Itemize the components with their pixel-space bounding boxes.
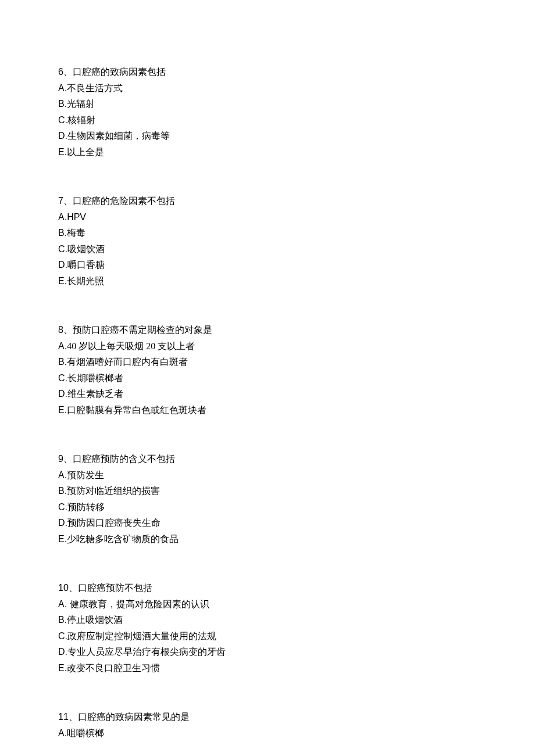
- option-text: 吸烟饮酒: [67, 244, 105, 254]
- option-b: B.有烟酒嗜好而口腔内有白斑者: [58, 354, 477, 370]
- question-number: 10、: [58, 583, 78, 593]
- option-label: B.: [58, 486, 67, 496]
- question-stem: 10、口腔癌预防不包括: [58, 580, 477, 596]
- option-d: D.预防因口腔癌丧失生命: [58, 515, 477, 531]
- option-label: B.: [58, 615, 67, 625]
- question-number: 6、: [58, 67, 73, 77]
- question-text: 口腔癌预防的含义不包括: [73, 454, 175, 464]
- option-b: B.梅毒: [58, 225, 477, 241]
- option-text: 以上全是: [67, 147, 104, 157]
- option-d: D.生物因素如细菌，病毒等: [58, 128, 477, 144]
- option-a: A.HPV: [58, 209, 477, 225]
- option-label: A.: [58, 470, 67, 480]
- option-label: E.: [58, 405, 67, 415]
- option-label: C.: [58, 502, 67, 512]
- option-e: E.长期光照: [58, 273, 477, 289]
- option-text: 光辐射: [67, 99, 95, 109]
- question-text: 口腔癌的致病因素常见的是: [78, 712, 190, 722]
- option-text: 改变不良口腔卫生习惯: [67, 663, 160, 673]
- question-7: 7、口腔癌的危险因素不包括 A.HPV B.梅毒 C.吸烟饮酒 D.嚼口香糖 E…: [58, 193, 477, 289]
- option-label: D.: [58, 260, 67, 270]
- option-a: A.40 岁以上每天吸烟 20 支以上者: [58, 338, 477, 354]
- option-text: 嚼口香糖: [67, 260, 105, 270]
- option-text: 预防对临近组织的损害: [67, 486, 160, 496]
- option-c: C.吸烟饮酒: [58, 241, 477, 257]
- question-10: 10、口腔癌预防不包括 A. 健康教育，提高对危险因素的认识 B.停止吸烟饮酒 …: [58, 580, 477, 676]
- option-text: 停止吸烟饮酒: [67, 615, 123, 625]
- option-label: B.: [58, 357, 67, 367]
- option-d: D.嚼口香糖: [58, 257, 477, 273]
- option-text: 核辐射: [67, 115, 95, 125]
- option-label: E.: [58, 534, 67, 544]
- option-c: C.核辐射: [58, 112, 477, 128]
- option-text: HPV: [67, 212, 86, 222]
- option-b: B.预防对临近组织的损害: [58, 483, 477, 499]
- option-label: D.: [58, 389, 67, 399]
- question-stem: 7、口腔癌的危险因素不包括: [58, 193, 477, 209]
- option-text: 口腔黏膜有异常白色或红色斑块者: [67, 405, 206, 415]
- option-text: 预防因口腔癌丧失生命: [67, 518, 160, 528]
- question-11: 11、口腔癌的致病因素常见的是 A.咀嚼槟榔: [58, 709, 477, 741]
- option-d: D.维生素缺乏者: [58, 386, 477, 402]
- option-e: E.少吃糖多吃含矿物质的食品: [58, 531, 477, 547]
- option-label: A.: [58, 212, 67, 222]
- question-stem: 6、口腔癌的致病因素包括: [58, 64, 477, 80]
- question-6: 6、口腔癌的致病因素包括 A.不良生活方式 B.光辐射 C.核辐射 D.生物因素…: [58, 64, 477, 160]
- question-number: 9、: [58, 454, 73, 464]
- option-label: A.: [58, 83, 67, 93]
- question-text: 口腔癌预防不包括: [78, 583, 152, 593]
- option-text: 有烟酒嗜好而口腔内有白斑者: [67, 357, 188, 367]
- option-label: E.: [58, 276, 67, 286]
- option-text: 政府应制定控制烟酒大量使用的法规: [67, 631, 216, 641]
- option-e: E.以上全是: [58, 144, 477, 160]
- option-label: E.: [58, 147, 67, 157]
- option-label: C.: [58, 244, 67, 254]
- option-text: 预防发生: [67, 470, 104, 480]
- option-label: A.: [58, 341, 67, 351]
- option-text: 少吃糖多吃含矿物质的食品: [67, 534, 179, 544]
- option-c: C.预防转移: [58, 499, 477, 515]
- option-text: 40 岁以上每天吸烟 20 支以上者: [67, 341, 195, 351]
- question-stem: 8、预防口腔癌不需定期检查的对象是: [58, 322, 477, 338]
- option-b: B.光辐射: [58, 96, 477, 112]
- option-label: D.: [58, 647, 67, 657]
- option-text: 预防转移: [67, 502, 105, 512]
- option-text: 梅毒: [67, 228, 85, 238]
- option-c: C.政府应制定控制烟酒大量使用的法规: [58, 628, 477, 644]
- question-number: 7、: [58, 196, 73, 206]
- option-label: A.: [58, 599, 70, 609]
- option-text: 咀嚼槟榔: [67, 728, 104, 738]
- option-text: 专业人员应尽早治疗有根尖病变的牙齿: [67, 647, 226, 657]
- option-label: B.: [58, 228, 67, 238]
- option-label: C.: [58, 115, 67, 125]
- question-text: 预防口腔癌不需定期检查的对象是: [73, 325, 212, 335]
- option-label: E.: [58, 663, 67, 673]
- option-a: A.不良生活方式: [58, 80, 477, 96]
- option-text: 生物因素如细菌，病毒等: [67, 131, 170, 141]
- option-d: D.专业人员应尽早治疗有根尖病变的牙齿: [58, 644, 477, 660]
- question-8: 8、预防口腔癌不需定期检查的对象是 A.40 岁以上每天吸烟 20 支以上者 B…: [58, 322, 477, 418]
- option-text: 不良生活方式: [67, 83, 123, 93]
- option-e: E.改变不良口腔卫生习惯: [58, 660, 477, 676]
- option-a: A. 健康教育，提高对危险因素的认识: [58, 596, 477, 612]
- option-b: B.停止吸烟饮酒: [58, 612, 477, 628]
- question-stem: 11、口腔癌的致病因素常见的是: [58, 709, 477, 725]
- question-number: 8、: [58, 325, 73, 335]
- option-c: C.长期嚼槟榔者: [58, 370, 477, 386]
- option-label: A.: [58, 728, 67, 738]
- option-label: D.: [58, 518, 67, 528]
- question-9: 9、口腔癌预防的含义不包括 A.预防发生 B.预防对临近组织的损害 C.预防转移…: [58, 451, 477, 547]
- option-e: E.口腔黏膜有异常白色或红色斑块者: [58, 402, 477, 418]
- option-text: 维生素缺乏者: [67, 389, 123, 399]
- option-label: D.: [58, 131, 67, 141]
- question-text: 口腔癌的致病因素包括: [73, 67, 166, 77]
- option-a: A.预防发生: [58, 467, 477, 483]
- option-a: A.咀嚼槟榔: [58, 725, 477, 741]
- question-number: 11、: [58, 712, 78, 722]
- option-label: B.: [58, 99, 67, 109]
- option-text: 健康教育，提高对危险因素的认识: [70, 599, 209, 609]
- option-text: 长期嚼槟榔者: [67, 373, 123, 383]
- question-text: 口腔癌的危险因素不包括: [73, 196, 175, 206]
- option-label: C.: [58, 631, 67, 641]
- question-stem: 9、口腔癌预防的含义不包括: [58, 451, 477, 467]
